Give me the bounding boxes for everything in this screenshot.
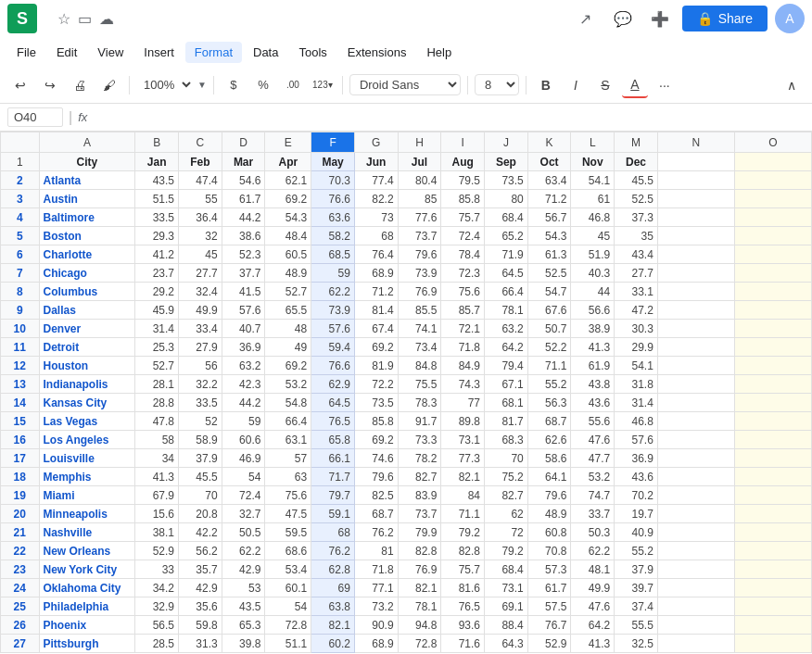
cell-25-col9[interactable]: 69.1 <box>485 597 528 616</box>
cell-2-o[interactable] <box>734 171 811 190</box>
cell-13-col8[interactable]: 74.3 <box>441 375 485 394</box>
cell-10-col11[interactable]: 38.9 <box>571 320 615 338</box>
cell-6-col9[interactable]: 71.9 <box>485 245 528 264</box>
col-header-A[interactable]: A <box>39 132 135 153</box>
cell-19-col7[interactable]: 83.9 <box>398 486 441 505</box>
avatar[interactable]: A <box>775 4 805 33</box>
menu-edit[interactable]: Edit <box>47 42 86 63</box>
cell-12-col7[interactable]: 84.8 <box>398 357 441 375</box>
cell-15-col2[interactable]: 52 <box>179 412 222 431</box>
cell-17-col3[interactable]: 46.9 <box>222 449 265 468</box>
cell-21-col10[interactable]: 60.8 <box>527 523 571 542</box>
paint-format-button[interactable]: 🖌 <box>96 72 122 98</box>
col-header-I[interactable]: I <box>441 132 485 153</box>
add-people-icon[interactable]: ➕ <box>645 4 675 33</box>
cell-11-col4[interactable]: 49 <box>265 338 311 357</box>
cell-12-col11[interactable]: 61.9 <box>571 357 615 375</box>
cell-9-n[interactable] <box>657 301 734 320</box>
cell-3-city[interactable]: Austin <box>39 190 135 208</box>
cell-15-col4[interactable]: 66.4 <box>265 412 311 431</box>
cell-6-o[interactable] <box>734 245 811 264</box>
cell-26-col8[interactable]: 93.6 <box>441 616 485 635</box>
cell-9-col12[interactable]: 47.2 <box>615 301 658 320</box>
cell-25-city[interactable]: Philadelphia <box>39 597 135 616</box>
cell-17-col11[interactable]: 47.7 <box>571 449 615 468</box>
cell-13-col10[interactable]: 55.2 <box>527 375 571 394</box>
cell-8-col10[interactable]: 54.7 <box>527 283 571 301</box>
cell-16-col5[interactable]: 65.8 <box>311 431 355 449</box>
cell-15-col8[interactable]: 89.8 <box>441 412 485 431</box>
cell-17-col9[interactable]: 70 <box>485 449 528 468</box>
cell-24-col5[interactable]: 69 <box>311 579 355 597</box>
cell-5-col3[interactable]: 38.6 <box>222 227 265 245</box>
cell-1-mar[interactable]: Mar <box>222 153 265 171</box>
cell-19-col2[interactable]: 70 <box>179 486 222 505</box>
cell-10-col1[interactable]: 31.4 <box>135 320 179 338</box>
cell-5-o[interactable] <box>734 227 811 245</box>
cell-18-city[interactable]: Memphis <box>39 468 135 486</box>
font-size-select[interactable]: 8 <box>475 74 519 95</box>
cell-18-col10[interactable]: 64.1 <box>527 468 571 486</box>
cell-2-col4[interactable]: 62.1 <box>265 171 311 190</box>
cell-25-n[interactable] <box>657 597 734 616</box>
undo-button[interactable]: ↩ <box>7 72 33 98</box>
cell-1-city[interactable]: City <box>39 153 135 171</box>
cell-2-col2[interactable]: 47.4 <box>179 171 222 190</box>
cell-6-n[interactable] <box>657 245 734 264</box>
cell-27-col2[interactable]: 31.3 <box>179 635 222 653</box>
cell-26-col12[interactable]: 55.5 <box>615 616 658 635</box>
cell-20-col7[interactable]: 73.7 <box>398 505 441 523</box>
cell-22-col9[interactable]: 79.2 <box>485 542 528 560</box>
cell-18-col6[interactable]: 79.6 <box>354 468 398 486</box>
cell-2-col7[interactable]: 80.4 <box>398 171 441 190</box>
cell-9-col3[interactable]: 57.6 <box>222 301 265 320</box>
cell-2-col6[interactable]: 77.4 <box>354 171 398 190</box>
cell-21-n[interactable] <box>657 523 734 542</box>
cell-3-col1[interactable]: 51.5 <box>135 190 179 208</box>
cell-9-col2[interactable]: 49.9 <box>179 301 222 320</box>
collapse-button[interactable]: ∧ <box>779 72 805 98</box>
cell-7-col6[interactable]: 68.9 <box>354 264 398 283</box>
cell-8-col12[interactable]: 33.1 <box>615 283 658 301</box>
cloud-icon[interactable]: ☁ <box>99 10 114 28</box>
cell-14-col8[interactable]: 77 <box>441 394 485 412</box>
cell-24-col8[interactable]: 81.6 <box>441 579 485 597</box>
cell-8-col8[interactable]: 75.6 <box>441 283 485 301</box>
cell-7-col12[interactable]: 27.7 <box>615 264 658 283</box>
cell-1-jan[interactable]: Jan <box>135 153 179 171</box>
cell-7-col3[interactable]: 37.7 <box>222 264 265 283</box>
cell-21-col5[interactable]: 68 <box>311 523 355 542</box>
cell-8-col5[interactable]: 62.2 <box>311 283 355 301</box>
cell-25-col2[interactable]: 35.6 <box>179 597 222 616</box>
cell-27-col6[interactable]: 68.9 <box>354 635 398 653</box>
row-num-3[interactable]: 3 <box>1 190 40 208</box>
cell-17-col5[interactable]: 66.1 <box>311 449 355 468</box>
underline-button[interactable]: A <box>622 72 648 98</box>
cell-11-col8[interactable]: 71.8 <box>441 338 485 357</box>
cell-15-col10[interactable]: 68.7 <box>527 412 571 431</box>
cell-2-col10[interactable]: 63.4 <box>527 171 571 190</box>
cell-8-col3[interactable]: 41.5 <box>222 283 265 301</box>
cell-14-col1[interactable]: 28.8 <box>135 394 179 412</box>
cell-22-col7[interactable]: 82.8 <box>398 542 441 560</box>
cell-1-aug[interactable]: Aug <box>441 153 485 171</box>
cell-20-col11[interactable]: 33.7 <box>571 505 615 523</box>
cell-13-col5[interactable]: 62.9 <box>311 375 355 394</box>
cell-14-col5[interactable]: 64.5 <box>311 394 355 412</box>
cell-17-col2[interactable]: 37.9 <box>179 449 222 468</box>
row-num-21[interactable]: 21 <box>1 523 40 542</box>
cell-16-col3[interactable]: 60.6 <box>222 431 265 449</box>
cell-2-col3[interactable]: 54.6 <box>222 171 265 190</box>
cell-18-col7[interactable]: 82.7 <box>398 468 441 486</box>
cell-24-n[interactable] <box>657 579 734 597</box>
cell-13-col12[interactable]: 31.8 <box>615 375 658 394</box>
cell-8-col9[interactable]: 66.4 <box>485 283 528 301</box>
cell-26-col6[interactable]: 90.9 <box>354 616 398 635</box>
cell-14-col11[interactable]: 43.6 <box>571 394 615 412</box>
cell-4-col2[interactable]: 36.4 <box>179 208 222 227</box>
row-num-27[interactable]: 27 <box>1 635 40 653</box>
cell-14-o[interactable] <box>734 394 811 412</box>
cell-5-col12[interactable]: 35 <box>615 227 658 245</box>
cell-21-col9[interactable]: 72 <box>485 523 528 542</box>
folder-icon[interactable]: ▭ <box>78 10 92 28</box>
